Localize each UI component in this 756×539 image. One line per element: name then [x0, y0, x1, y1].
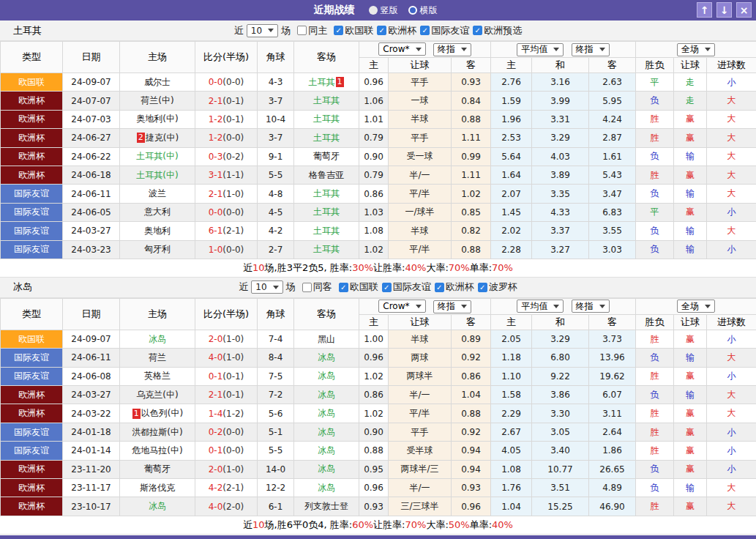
scope-select[interactable]: 全场	[677, 43, 715, 56]
home-team-cell: 乌克兰(中)	[120, 386, 195, 404]
handicap-result-cell: 输	[674, 240, 707, 259]
avg-draw-cell: 3.86	[532, 386, 589, 404]
layout-radio-vertical[interactable]: 竖版	[369, 4, 398, 17]
league-filter-label: 欧洲杯	[446, 280, 474, 294]
away-odds-cell: 0.93	[452, 479, 491, 497]
checkbox-checked-icon[interactable]: ✓	[377, 26, 386, 35]
home-team-cell: 斯洛伐克	[120, 479, 195, 497]
summary-segment: 场,胜3平2负5, 胜率:	[265, 261, 353, 275]
checkbox-unchecked-icon[interactable]	[297, 26, 307, 35]
date-cell: 24-03-27	[63, 386, 120, 404]
handicap-cell: 两球	[389, 349, 452, 367]
result-cell: 胜	[636, 330, 674, 348]
league-filter[interactable]: ✓欧洲预选	[473, 24, 522, 37]
home-team-cell: 意大利	[120, 203, 195, 221]
table-row: 国际友谊24-06-11波兰2-1(1-0)4-8土耳其0.86平/半1.022…	[1, 185, 756, 203]
sub-col-avg-home: 主	[491, 314, 532, 330]
handicap-cell: 半/一	[389, 479, 452, 497]
league-filter[interactable]: ✓欧国联	[334, 24, 373, 37]
avg-draw-cell: 3.31	[532, 110, 589, 128]
company-odds-group-header: Crow* 终指	[359, 298, 491, 314]
odds-company-select[interactable]: Crow*	[378, 42, 425, 56]
section-team-name: 土耳其	[13, 24, 42, 37]
avg-away-cell: 3.73	[589, 330, 636, 348]
avg-draw-cell: 3.27	[532, 240, 589, 259]
result-cell: 负	[636, 479, 674, 497]
summary-segment: 70%	[492, 262, 513, 273]
league-filter[interactable]: ✓国际友谊	[382, 280, 431, 294]
checkbox-checked-icon[interactable]: ✓	[420, 26, 430, 35]
table-row: 欧洲杯23-11-20葡萄牙2-0(1-0)14-0冰岛0.95两球半/三0.9…	[1, 460, 756, 478]
checkbox-checked-icon[interactable]: ✓	[334, 26, 343, 35]
home-odds-cell: 1.02	[359, 367, 389, 385]
avg-draw-cell: 3.30	[532, 404, 589, 423]
league-filter[interactable]: ✓欧国联	[339, 280, 378, 294]
average-select[interactable]: 平均值	[517, 300, 564, 313]
checkbox-checked-icon[interactable]: ✓	[473, 26, 482, 35]
final-odds-select-2[interactable]: 终指	[572, 300, 610, 313]
avg-home-cell: 2.07	[491, 185, 532, 203]
final-odds-select-2[interactable]: 终指	[572, 43, 610, 56]
handicap-cell: 平/半	[389, 404, 452, 423]
checkbox-checked-icon[interactable]: ✓	[478, 283, 487, 292]
summary-segment: 40%	[492, 519, 513, 530]
home-odds-cell: 1.08	[359, 222, 389, 240]
league-type-cell: 欧洲杯	[1, 404, 63, 423]
result-cell: 平	[636, 73, 674, 92]
league-filter[interactable]: ✓欧洲杯	[377, 24, 416, 37]
handicap-result-cell: 赢	[674, 367, 707, 385]
table-row: 欧国联24-09-07威尔士0-0(0-0)4-3土耳其10.96平手0.932…	[1, 73, 756, 92]
checkbox-unchecked-icon[interactable]	[302, 283, 312, 292]
same-venue-filter[interactable]: 同客	[302, 280, 332, 294]
league-type-cell: 欧洲杯	[1, 110, 63, 128]
date-cell: 23-11-17	[63, 479, 120, 497]
league-filter[interactable]: ✓国际友谊	[420, 24, 469, 37]
away-team-cell: 格鲁吉亚	[294, 166, 359, 184]
summary-segment: 70%	[449, 262, 470, 273]
scope-select[interactable]: 全场	[677, 300, 715, 313]
fulltime-score: 0-0	[209, 77, 223, 87]
corner-cell: 5-5	[258, 442, 294, 460]
checkbox-checked-icon[interactable]: ✓	[382, 283, 392, 292]
chevron-down-icon	[268, 29, 274, 32]
away-team-cell: 土耳其	[294, 185, 359, 203]
same-venue-filter[interactable]: 同主	[297, 24, 327, 37]
fulltime-score: 2-0	[209, 464, 223, 475]
league-filter[interactable]: ✓欧洲杯	[435, 280, 474, 294]
checkbox-checked-icon[interactable]: ✓	[435, 283, 444, 292]
close-button[interactable]: ×	[736, 2, 752, 18]
col-header-date: 日期	[63, 42, 120, 73]
recent-count-select[interactable]: 10	[247, 24, 278, 37]
handicap-cell: 半球	[389, 110, 452, 128]
avg-away-cell: 4.89	[589, 479, 636, 497]
away-team-cell: 土耳其	[294, 92, 359, 110]
radio-selected-icon[interactable]	[369, 6, 378, 15]
move-up-button[interactable]: ↑	[697, 2, 712, 18]
summary-segment: 10	[252, 519, 265, 530]
radio-unselected-icon[interactable]	[408, 6, 417, 15]
result-cell: 胜	[636, 442, 674, 460]
table-row: 欧洲杯24-06-22土耳其(中)0-3(0-2)9-1葡萄牙0.90受一球0.…	[1, 147, 756, 166]
home-team-name: 冰岛	[149, 334, 166, 344]
halftime-score: (1-1)	[222, 170, 244, 180]
checkbox-checked-icon[interactable]: ✓	[339, 283, 348, 292]
final-odds-select[interactable]: 终指	[433, 43, 471, 56]
away-odds-cell: 0.88	[452, 240, 491, 259]
final-odds-select[interactable]: 终指	[433, 300, 471, 313]
goals-result-cell: 小	[707, 367, 756, 385]
sub-col-handicap-result: 让球	[674, 58, 707, 73]
home-team-cell: 土耳其(中)	[120, 147, 195, 166]
section-filter-row-turkey: 土耳其 近 10 场 同主 ✓欧国联✓欧洲杯✓国际友谊✓欧洲预选	[0, 21, 756, 41]
move-down-button[interactable]: ↓	[716, 2, 732, 18]
recent-count-value: 10	[255, 282, 266, 292]
avg-away-cell: 3.47	[589, 185, 636, 203]
recent-count-select[interactable]: 10	[251, 280, 282, 294]
halftime-score: (1-0)	[222, 352, 244, 363]
league-filter[interactable]: ✓波罗杯	[478, 280, 517, 294]
goals-result-cell: 大	[707, 497, 756, 516]
odds-company-select[interactable]: Crow*	[378, 300, 425, 313]
average-select[interactable]: 平均值	[517, 43, 564, 56]
avg-draw-cell: 3.99	[532, 92, 589, 110]
layout-radio-horizontal[interactable]: 横版	[408, 4, 438, 17]
away-team-cell: 冰岛	[294, 367, 359, 385]
